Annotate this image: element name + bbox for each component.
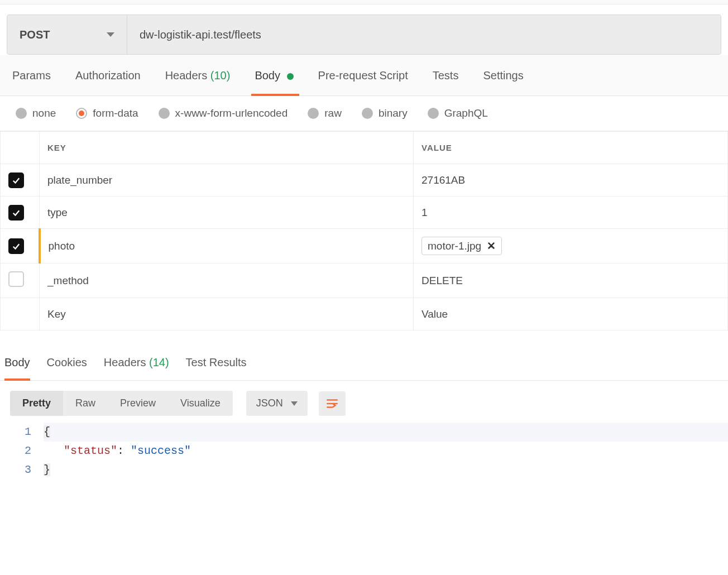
value-cell[interactable]: motor-1.jpg✕ [414, 229, 728, 263]
radio-form-data[interactable]: form-data [76, 107, 138, 119]
format-label: JSON [256, 397, 283, 409]
tab-settings[interactable]: Settings [483, 69, 523, 87]
url-input[interactable]: dw-logistik-api.test/fleets [127, 15, 721, 54]
tab-tests[interactable]: Tests [433, 69, 459, 87]
view-visualize[interactable]: Visualize [168, 391, 233, 416]
code-brace: } [44, 463, 50, 476]
key-input[interactable]: Key [40, 298, 414, 330]
http-method-label: POST [20, 28, 50, 41]
radio-label: binary [379, 107, 408, 119]
radio-icon [362, 108, 373, 119]
resp-tab-test-results[interactable]: Test Results [186, 356, 247, 373]
radio-label: x-www-form-urlencoded [175, 107, 288, 119]
table-row: photomotor-1.jpg✕ [1, 229, 728, 263]
radio-xwww[interactable]: x-www-form-urlencoded [159, 107, 288, 119]
resp-tab-headers-count: (14) [149, 356, 169, 368]
response-tabs: Body Cookies Headers (14) Test Results [0, 342, 728, 381]
code-string: "success" [131, 444, 191, 457]
code-punc: : [117, 444, 131, 457]
tab-headers-label: Headers [165, 69, 208, 82]
key-cell[interactable]: _method [40, 263, 414, 298]
value-cell[interactable]: 1 [414, 197, 728, 229]
key-cell[interactable]: plate_number [40, 164, 414, 197]
table-row: plate_number27161AB [1, 164, 728, 197]
chevron-down-icon [291, 401, 298, 406]
key-cell[interactable]: type [40, 197, 414, 229]
body-type-radios: none form-data x-www-form-urlencoded raw… [0, 96, 728, 131]
row-checkbox[interactable] [8, 238, 24, 254]
resp-tab-headers-label: Headers [104, 356, 146, 368]
wrap-lines-button[interactable] [319, 391, 346, 416]
radio-binary[interactable]: binary [362, 107, 408, 119]
radio-label: raw [324, 107, 342, 119]
radio-label: form-data [93, 107, 138, 119]
wrap-icon [325, 396, 339, 411]
line-gutter: 1 2 3 [0, 423, 39, 480]
col-key: KEY [40, 132, 414, 164]
request-tabs: Params Authorization Headers (10) Body P… [0, 55, 728, 96]
radio-icon [159, 108, 170, 119]
table-row: type1 [1, 197, 728, 229]
radio-raw[interactable]: raw [308, 107, 342, 119]
view-pretty[interactable]: Pretty [10, 391, 63, 416]
active-dot-icon [287, 73, 294, 80]
radio-icon [76, 108, 87, 119]
radio-graphql[interactable]: GraphQL [428, 107, 488, 119]
tab-body-label: Body [255, 69, 280, 82]
request-bar: POST dw-logistik-api.test/fleets [7, 15, 721, 55]
value-cell[interactable]: DELETE [414, 263, 728, 298]
code-brace: { [44, 425, 50, 438]
format-select[interactable]: JSON [246, 391, 308, 416]
check-icon [11, 208, 21, 218]
check-icon [11, 175, 21, 185]
url-text: dw-logistik-api.test/fleets [140, 28, 261, 41]
row-checkbox[interactable] [8, 271, 24, 287]
tab-prerequest[interactable]: Pre-request Script [318, 69, 408, 87]
row-checkbox[interactable] [8, 205, 24, 221]
resp-tab-headers[interactable]: Headers (14) [104, 356, 169, 373]
col-checkbox [1, 132, 40, 164]
row-checkbox[interactable] [8, 172, 24, 188]
view-mode-group: Pretty Raw Preview Visualize [10, 391, 233, 416]
resp-tab-cookies[interactable]: Cookies [47, 356, 87, 373]
table-row: _methodDELETE [1, 263, 728, 298]
tab-headers[interactable]: Headers (10) [165, 69, 231, 87]
resp-tab-body[interactable]: Body [4, 356, 30, 373]
file-name: motor-1.jpg [428, 240, 481, 252]
radio-icon [16, 108, 27, 119]
radio-icon [308, 108, 319, 119]
table-row-new: KeyValue [1, 298, 728, 330]
chevron-down-icon [107, 32, 114, 37]
form-data-table: KEY VALUE plate_number27161ABtype1photom… [0, 131, 728, 330]
radio-label: none [32, 107, 56, 119]
code-key: "status" [64, 444, 117, 457]
tab-params[interactable]: Params [12, 69, 51, 87]
tab-authorization[interactable]: Authorization [75, 69, 141, 87]
tab-body[interactable]: Body [255, 69, 293, 87]
close-icon[interactable]: ✕ [487, 239, 496, 252]
radio-label: GraphQL [444, 107, 488, 119]
value-cell[interactable]: 27161AB [414, 164, 728, 197]
check-icon [11, 241, 21, 251]
view-raw[interactable]: Raw [63, 391, 108, 416]
http-method-select[interactable]: POST [7, 15, 127, 54]
key-cell[interactable]: photo [40, 229, 414, 263]
view-preview[interactable]: Preview [108, 391, 168, 416]
file-chip[interactable]: motor-1.jpg✕ [422, 237, 502, 255]
tab-headers-count: (10) [210, 69, 231, 82]
response-body-viewer[interactable]: 1 2 3 { "status": "success" } [0, 420, 728, 502]
radio-none[interactable]: none [16, 107, 56, 119]
response-toolbar: Pretty Raw Preview Visualize JSON [0, 381, 728, 420]
col-value: VALUE [414, 132, 728, 164]
radio-icon [428, 108, 439, 119]
value-input[interactable]: Value [414, 298, 728, 330]
code-lines: { "status": "success" } [39, 423, 728, 480]
